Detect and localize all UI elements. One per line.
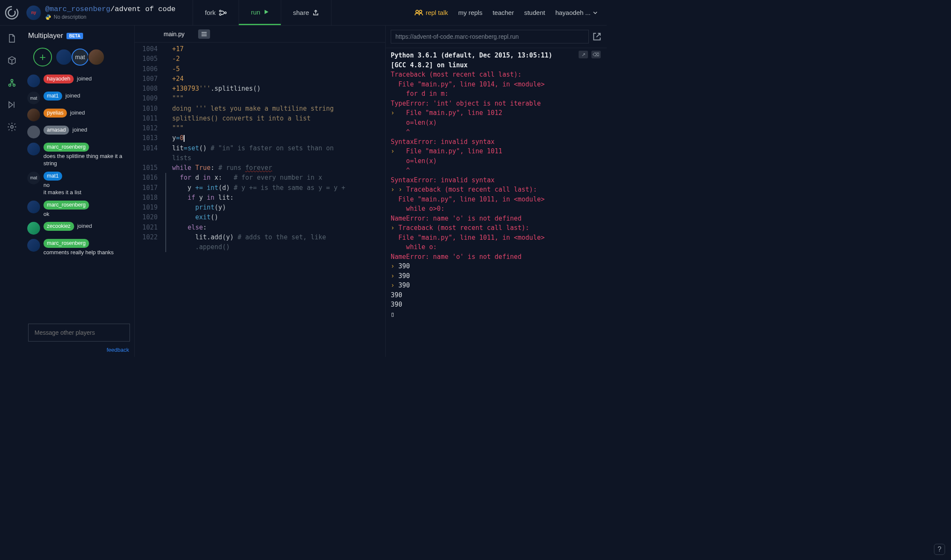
username-pill[interactable]: amasad	[43, 126, 69, 135]
chat-item: zecookiez joined	[24, 220, 132, 237]
chat-item: marc_rosenbergcomments really help thank…	[24, 237, 132, 258]
feedback-link[interactable]: feedback	[107, 347, 129, 353]
chat-message: does the splitline thing make it a strin…	[43, 152, 128, 167]
joined-label: joined	[71, 126, 87, 133]
files-icon[interactable]	[7, 33, 17, 43]
chat-item: marc_rosenbergdoes the splitline thing m…	[24, 141, 132, 169]
username-pill[interactable]: pyelias	[43, 109, 67, 118]
svg-point-2	[225, 12, 226, 14]
debugger-icon[interactable]	[7, 100, 17, 110]
chat-avatar	[27, 109, 40, 121]
console-output[interactable]: Python 3.6.1 (default, Dec 2015, 13:05:1…	[386, 48, 607, 357]
chat-message: noit makes it a list	[43, 181, 81, 196]
url-bar[interactable]	[391, 30, 589, 43]
add-player-button[interactable]: +	[33, 48, 52, 66]
svg-point-8	[11, 126, 13, 128]
chat-list: hayaodeh joinedmatmat1 joinedpyelias joi…	[24, 71, 134, 319]
username-pill[interactable]: marc_rosenberg	[43, 143, 89, 152]
username-pill[interactable]: zecookiez	[43, 222, 74, 231]
student-link[interactable]: student	[524, 9, 545, 16]
username-pill[interactable]: marc_rosenberg	[43, 239, 89, 248]
owner-avatar[interactable]: ny	[26, 6, 41, 20]
joined-label: joined	[75, 75, 92, 82]
chat-avatar	[27, 126, 40, 138]
fork-icon	[219, 10, 227, 16]
chat-input[interactable]	[28, 324, 130, 342]
chat-item: amasad joined	[24, 123, 132, 141]
repl-title: @marc_rosenberg/advent of code	[45, 5, 176, 13]
play-icon	[264, 9, 269, 14]
svg-point-4	[419, 10, 422, 13]
share-button[interactable]: share	[281, 0, 332, 25]
user-menu[interactable]: hayaodeh ...	[555, 9, 597, 16]
chat-avatar	[27, 143, 40, 155]
chat-avatar: mat	[27, 172, 40, 184]
chat-item: marc_rosenbergok	[24, 198, 132, 220]
chat-avatar	[27, 201, 40, 213]
svg-point-1	[219, 14, 221, 15]
player-avatar[interactable]	[88, 49, 105, 66]
svg-point-3	[416, 10, 418, 13]
code-editor[interactable]: 1004+171005-21006-51007+241008+130793'''…	[135, 43, 385, 357]
markdown-preview-icon[interactable]	[198, 29, 210, 39]
chat-avatar: mat	[27, 92, 40, 104]
player-avatar[interactable]	[55, 49, 72, 66]
svg-point-0	[219, 10, 221, 12]
logo[interactable]	[0, 5, 24, 20]
chat-message: ok	[43, 210, 91, 218]
chat-item: hayaodeh joined	[24, 72, 132, 89]
repl-talk-link[interactable]: repl talk	[415, 9, 448, 16]
file-tab[interactable]: main.py	[160, 26, 188, 42]
console-popout-icon[interactable]: ↗	[579, 51, 588, 58]
settings-icon[interactable]	[7, 122, 17, 132]
svg-point-7	[11, 80, 13, 82]
multiplayer-icon[interactable]	[7, 78, 17, 88]
chat-avatar	[27, 239, 40, 252]
repl-subtitle: No description	[45, 14, 176, 20]
svg-point-5	[9, 84, 11, 86]
username-pill[interactable]: hayaodeh	[43, 75, 74, 83]
username-pill[interactable]: marc_rosenberg	[43, 201, 89, 210]
packages-icon[interactable]	[7, 55, 17, 66]
joined-label: joined	[64, 92, 80, 99]
chat-avatar	[27, 222, 40, 235]
multiplayer-title: Multiplayer	[28, 32, 63, 40]
chat-item: pyelias joined	[24, 106, 132, 123]
console-clear-icon[interactable]: ⌫	[591, 51, 601, 58]
chat-message: comments really help thanks	[43, 249, 114, 256]
teacher-link[interactable]: teacher	[493, 9, 514, 16]
joined-label: joined	[76, 223, 92, 229]
python-icon	[45, 14, 51, 20]
people-icon	[415, 10, 423, 16]
my-repls-link[interactable]: my repls	[458, 9, 482, 16]
share-icon	[312, 10, 319, 16]
svg-point-6	[13, 84, 15, 86]
open-external-icon[interactable]	[592, 32, 602, 41]
username-pill[interactable]: mat1	[43, 172, 62, 181]
fork-button[interactable]: fork	[193, 0, 239, 25]
username-pill[interactable]: mat1	[43, 92, 62, 101]
player-avatar[interactable]: mat	[72, 49, 89, 66]
chat-avatar	[27, 75, 40, 87]
run-button[interactable]: run	[239, 0, 281, 25]
beta-badge: BETA	[66, 33, 83, 39]
chat-item: matmat1noit makes it a list	[24, 169, 132, 198]
chat-item: matmat1 joined	[24, 89, 132, 106]
chevron-down-icon	[593, 11, 597, 14]
joined-label: joined	[69, 109, 85, 116]
